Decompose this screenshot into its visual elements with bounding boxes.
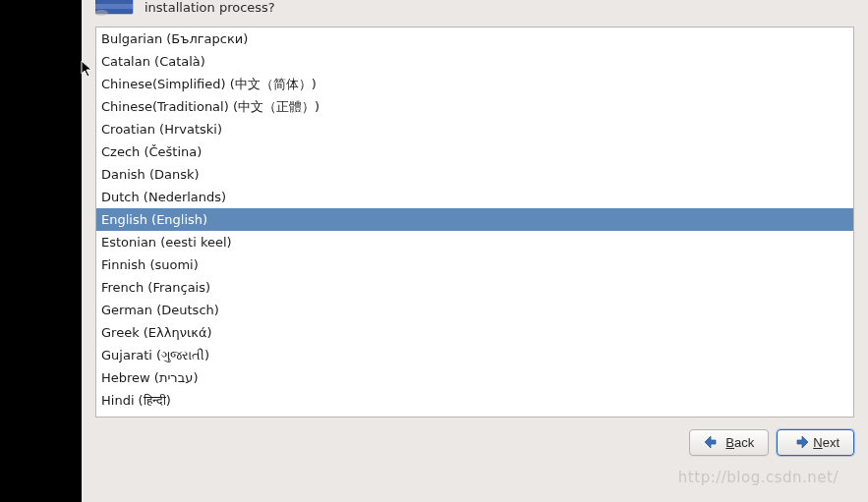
back-button-label: Back — [725, 435, 754, 450]
flag-icon — [95, 0, 135, 16]
list-item[interactable]: French (Français) — [96, 276, 853, 299]
list-item[interactable]: German (Deutsch) — [96, 299, 853, 321]
list-item[interactable]: Chinese(Simplified) (中文（简体）) — [96, 73, 853, 95]
back-button[interactable]: Back — [689, 429, 769, 456]
next-button-label: Next — [813, 435, 839, 450]
list-item[interactable]: Chinese(Traditional) (中文（正體）) — [96, 95, 853, 118]
svg-rect-2 — [95, 4, 133, 9]
list-item[interactable]: Danish (Dansk) — [96, 163, 853, 186]
header: installation process? — [82, 0, 868, 27]
list-item[interactable]: Finnish (suomi) — [96, 253, 853, 276]
prompt-text: installation process? — [145, 0, 275, 17]
list-item[interactable]: Catalan (Català) — [96, 50, 853, 73]
installer-window: installation process? Bulgarian (Българс… — [82, 0, 868, 502]
list-item[interactable]: Bulgarian (Български) — [96, 28, 853, 50]
list-item[interactable]: Croatian (Hrvatski) — [96, 118, 853, 140]
arrow-left-icon — [704, 435, 722, 449]
list-item[interactable]: Hebrew (עברית) — [96, 366, 853, 389]
button-bar: Back Next — [82, 418, 868, 464]
list-item[interactable]: Czech (Čeština) — [96, 140, 853, 163]
language-listbox[interactable]: Bulgarian (Български)Catalan (Català)Chi… — [96, 28, 853, 417]
list-item[interactable]: Estonian (eesti keel) — [96, 231, 853, 253]
list-item[interactable]: Gujarati (ગુજરાતી) — [96, 344, 853, 366]
language-listbox-container: Bulgarian (Български)Catalan (Català)Chi… — [95, 27, 854, 418]
arrow-right-icon — [791, 435, 809, 449]
list-item[interactable]: Hindi (हिन्दी) — [96, 389, 853, 412]
list-item[interactable]: Greek (Ελληνικά) — [96, 321, 853, 344]
list-item[interactable]: Dutch (Nederlands) — [96, 186, 853, 208]
list-item[interactable]: English (English) — [96, 208, 853, 231]
next-button[interactable]: Next — [777, 429, 854, 456]
